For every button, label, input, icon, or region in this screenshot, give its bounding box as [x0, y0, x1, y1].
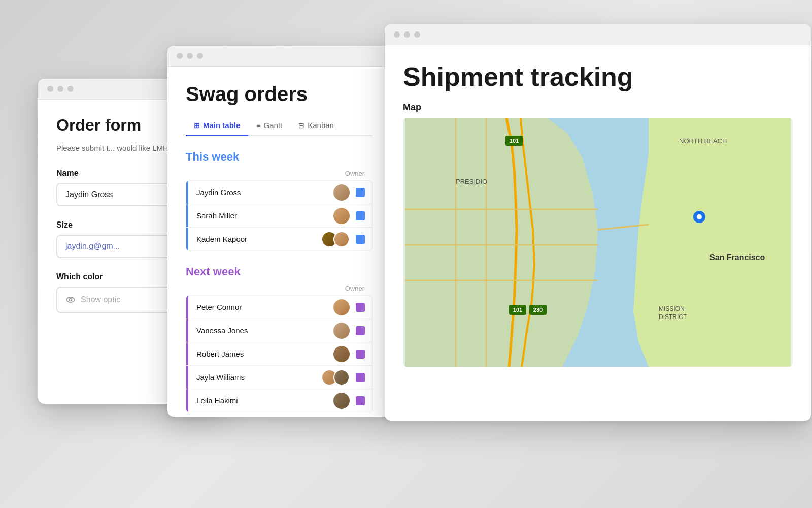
table-row: Peter Connor	[186, 296, 372, 319]
table-row: Leila Hakimi	[186, 389, 372, 412]
avatar	[333, 369, 350, 386]
color-indicator	[356, 396, 365, 405]
svg-text:280: 280	[533, 307, 543, 313]
row-name: Jaydin Gross	[188, 181, 333, 204]
avatar	[333, 231, 350, 247]
svg-text:101: 101	[513, 307, 522, 313]
swag-orders-title: Swag orders	[186, 83, 373, 106]
window-dot-2	[57, 86, 63, 92]
avatar	[333, 323, 350, 339]
color-indicator	[356, 326, 365, 335]
svg-text:San Francisco: San Francisco	[709, 253, 765, 262]
shipment-dot-2	[404, 31, 410, 38]
avatar-group	[321, 231, 350, 247]
row-name: Robert James	[188, 342, 333, 365]
table-row: Vanessa Jones	[186, 319, 372, 342]
map-container[interactable]: San Francisco 101 101 280 NORTH BEACH PR…	[403, 118, 793, 367]
shipment-titlebar	[385, 24, 811, 45]
swag-dot-2	[187, 53, 193, 59]
avatar	[333, 346, 350, 362]
window-dot-1	[47, 86, 53, 92]
row-name: Kadem Kapoor	[188, 228, 321, 250]
next-week-owner-col: Owner	[345, 284, 364, 292]
this-week-table-header: Owner	[186, 170, 373, 180]
next-week-table: Peter Connor Vanessa Jones Robert James	[186, 295, 373, 412]
color-indicator	[356, 373, 365, 382]
map-svg: San Francisco 101 101 280 NORTH BEACH PR…	[403, 118, 793, 367]
this-week-header: This week	[186, 150, 373, 164]
window-dot-3	[67, 86, 74, 92]
background: Order form Please submit t... would like…	[0, 0, 812, 508]
svg-point-21	[697, 214, 702, 219]
show-options-label: Show optic	[81, 295, 120, 304]
row-name: Jayla Williams	[188, 366, 321, 389]
eye-icon	[65, 295, 76, 305]
table-row: Jaydin Gross	[186, 181, 372, 204]
svg-text:DISTRICT: DISTRICT	[659, 313, 687, 321]
tab-kanban-label: Kanban	[308, 121, 334, 130]
swag-titlebar	[167, 46, 391, 67]
tab-main-table-label: Main table	[203, 121, 240, 130]
color-indicator	[356, 303, 365, 312]
tabs-container: ⊞ Main table ≡ Gantt ⊟ Kanban	[186, 116, 373, 136]
row-name: Sarah Miller	[188, 204, 333, 227]
color-indicator	[356, 235, 365, 244]
swag-dot-1	[177, 53, 183, 59]
map-label: Map	[403, 102, 793, 113]
svg-text:NORTH BEACH: NORTH BEACH	[679, 137, 727, 145]
avatar	[333, 299, 350, 315]
color-indicator	[356, 350, 365, 359]
shipment-tracking-title: Shipment tracking	[403, 61, 793, 92]
svg-text:101: 101	[510, 138, 519, 144]
color-indicator	[356, 188, 365, 197]
tab-gantt-label: Gantt	[264, 121, 283, 130]
table-row: Sarah Miller	[186, 204, 372, 228]
color-indicator	[356, 211, 365, 220]
shipment-tracking-window: Shipment tracking Map	[385, 24, 811, 421]
avatar	[333, 393, 350, 409]
next-week-table-header: Owner	[186, 284, 373, 295]
tab-kanban[interactable]: ⊟ Kanban	[290, 116, 342, 136]
swag-orders-window: Swag orders ⊞ Main table ≡ Gantt ⊟ Kanba…	[167, 46, 391, 417]
svg-text:MISSION: MISSION	[659, 305, 685, 312]
avatar	[333, 184, 350, 201]
swag-dot-3	[197, 53, 203, 59]
table-row: Jayla Williams	[186, 366, 372, 389]
table-row: Kadem Kapoor	[186, 228, 372, 250]
tab-main-table[interactable]: ⊞ Main table	[186, 116, 248, 136]
avatar	[333, 208, 350, 224]
kanban-icon: ⊟	[298, 121, 304, 130]
svg-point-0	[67, 297, 75, 302]
svg-text:PRESIDIO: PRESIDIO	[456, 178, 487, 185]
row-name: Peter Connor	[188, 296, 333, 319]
table-row: Robert James	[186, 342, 372, 366]
this-week-table: Jaydin Gross Sarah Miller Kadem Kapoor	[186, 180, 373, 251]
gantt-icon: ≡	[256, 121, 260, 130]
shipment-dot-3	[414, 31, 420, 38]
main-table-icon: ⊞	[194, 121, 200, 130]
tab-gantt[interactable]: ≡ Gantt	[248, 116, 290, 136]
avatar-group	[321, 369, 350, 386]
this-week-owner-col: Owner	[345, 170, 364, 177]
svg-point-1	[70, 298, 72, 301]
next-week-header: Next week	[186, 265, 373, 278]
row-name: Leila Hakimi	[188, 389, 333, 412]
shipment-dot-1	[394, 31, 400, 38]
row-name: Vanessa Jones	[188, 319, 333, 342]
